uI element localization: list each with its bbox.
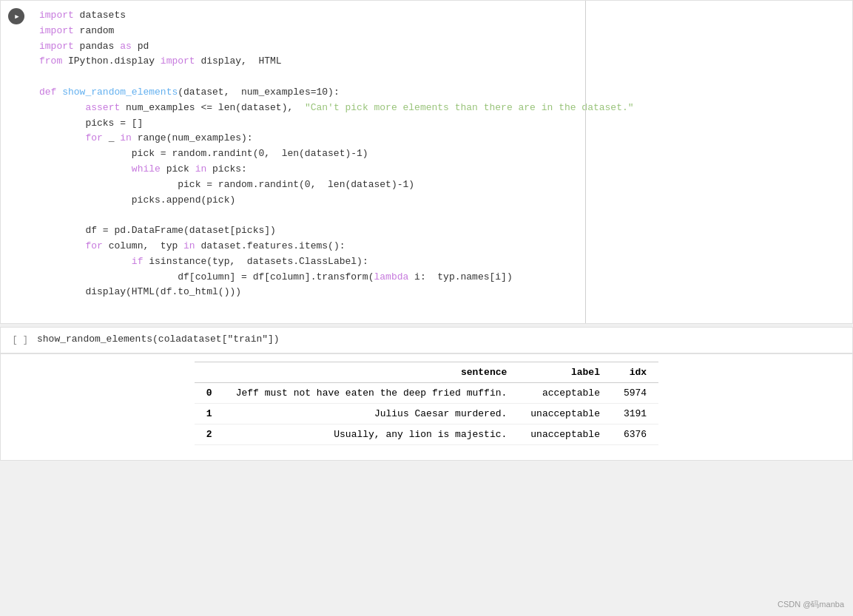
code-text: pd: [132, 39, 149, 55]
code-text: [39, 131, 85, 146]
code-block-1: import datasets import random import pan…: [32, 1, 852, 323]
code-text: datasets: [74, 8, 126, 24]
code-line: import pandas as pd: [39, 39, 845, 55]
code-line: picks = []: [39, 116, 845, 132]
code-line: from IPython.display import display, HTM…: [39, 54, 845, 70]
row-idx: 5974: [612, 382, 658, 403]
notebook-container: import datasets import random import pan…: [0, 0, 853, 616]
code-text: picks = []: [39, 116, 143, 132]
keyword: in: [120, 131, 132, 146]
row-sentence: Usually, any lion is majestic.: [224, 424, 519, 444]
keyword: import: [39, 8, 74, 24]
data-table: sentence label idx 0Jeff must not have e…: [195, 362, 658, 445]
code-line: for _ in range(num_examples):: [39, 131, 845, 146]
code-cell-1: import datasets import random import pan…: [0, 0, 853, 324]
table-header-index: [195, 362, 224, 382]
code-text: [39, 254, 132, 270]
keyword: import: [161, 54, 195, 70]
run-button-1[interactable]: [8, 8, 24, 24]
code-line: [39, 70, 845, 85]
keyword: if: [132, 254, 144, 270]
code-line: display(HTML(df.to_html())): [39, 285, 845, 300]
keyword: import: [39, 39, 74, 55]
keyword: from: [39, 54, 62, 70]
code-line: def show_random_elements(dataset, num_ex…: [39, 85, 845, 101]
code-line: [39, 300, 845, 316]
table-header-label: label: [519, 362, 612, 382]
code-cell-2: [ ] show_random_elements(coladataset["tr…: [0, 327, 853, 353]
keyword: in: [183, 239, 195, 254]
row-label: acceptable: [519, 382, 612, 403]
table-output: sentence label idx 0Jeff must not have e…: [0, 353, 853, 461]
code-text: pick = random.randint(0, len(dataset)-1): [39, 146, 368, 162]
table-header-idx: idx: [612, 362, 658, 382]
code-text: df = pd.DataFrame(dataset[picks]): [39, 223, 276, 239]
table-row: 1Julius Caesar murdered.unacceptable3191: [195, 403, 658, 424]
code-text: i: typ.names[i]): [408, 270, 512, 285]
cell-prompt: [ ]: [1, 328, 34, 353]
code-text: IPython.display: [62, 54, 161, 70]
watermark: CSDN @码manba: [778, 599, 844, 610]
row-sentence: Jeff must not have eaten the deep fried …: [224, 382, 519, 403]
table-row: 0Jeff must not have eaten the deep fried…: [195, 382, 658, 403]
row-index: 0: [195, 382, 224, 403]
row-label: unacceptable: [519, 403, 612, 424]
row-label: unacceptable: [519, 424, 612, 444]
table-row: 2Usually, any lion is majestic.unaccepta…: [195, 424, 658, 444]
code-line: pick = random.randint(0, len(dataset)-1): [39, 146, 845, 162]
keyword: import: [39, 24, 74, 39]
cell2-code: show_random_elements(coladataset["train"…: [37, 334, 280, 345]
code-text: (dataset, num_examples=10):: [178, 85, 339, 101]
keyword: while: [132, 162, 161, 177]
function-name: show_random_elements: [62, 85, 178, 101]
string: "Can't pick more elements than there are…: [305, 101, 634, 116]
code-line: if isinstance(typ, datasets.ClassLabel):: [39, 254, 845, 270]
row-index: 2: [195, 424, 224, 444]
code-text: num_examples <= len(dataset),: [120, 101, 305, 116]
table-header-sentence: sentence: [224, 362, 519, 382]
keyword: as: [120, 39, 132, 55]
code-text: display(HTML(df.to_html())): [39, 285, 241, 300]
keyword: assert: [85, 101, 120, 116]
code-text: random: [74, 24, 115, 39]
code-line: for column, typ in dataset.features.item…: [39, 239, 845, 254]
code-line: assert num_examples <= len(dataset), "Ca…: [39, 101, 845, 116]
code-line: df = pd.DataFrame(dataset[picks]): [39, 223, 845, 239]
code-line: import random: [39, 24, 845, 39]
code-text: pick: [161, 162, 195, 177]
row-index: 1: [195, 403, 224, 424]
row-sentence: Julius Caesar murdered.: [224, 403, 519, 424]
code-text: display, HTML: [195, 54, 282, 70]
code-text: isinstance(typ, datasets.ClassLabel):: [143, 254, 368, 270]
code-text: df[column] = df[column].transform(: [39, 270, 374, 285]
code-text: [39, 239, 85, 254]
keyword: def: [39, 85, 56, 101]
code-text: picks.append(pick): [39, 193, 235, 209]
code-text: [56, 85, 62, 101]
keyword: for: [85, 239, 102, 254]
code-text: dataset.features.items():: [195, 239, 345, 254]
code-line: while pick in picks:: [39, 162, 845, 177]
keyword: lambda: [374, 270, 408, 285]
code-text: column, typ: [103, 239, 183, 254]
row-idx: 6376: [612, 424, 658, 444]
keyword: for: [85, 131, 102, 146]
keyword: in: [195, 162, 207, 177]
code-text: [39, 162, 132, 177]
code-text: _: [103, 131, 120, 146]
code-line: import datasets: [39, 8, 845, 24]
code-text: pick = random.randint(0, len(dataset)-1): [39, 177, 414, 193]
row-idx: 3191: [612, 403, 658, 424]
code-line: [39, 208, 845, 223]
code-line: pick = random.randint(0, len(dataset)-1): [39, 177, 845, 193]
code-text: pandas: [74, 39, 120, 55]
code-line: picks.append(pick): [39, 193, 845, 209]
code-text: [39, 101, 85, 116]
code-text: range(num_examples):: [132, 131, 253, 146]
code-text: picks:: [206, 162, 247, 177]
code-line: df[column] = df[column].transform(lambda…: [39, 270, 845, 285]
